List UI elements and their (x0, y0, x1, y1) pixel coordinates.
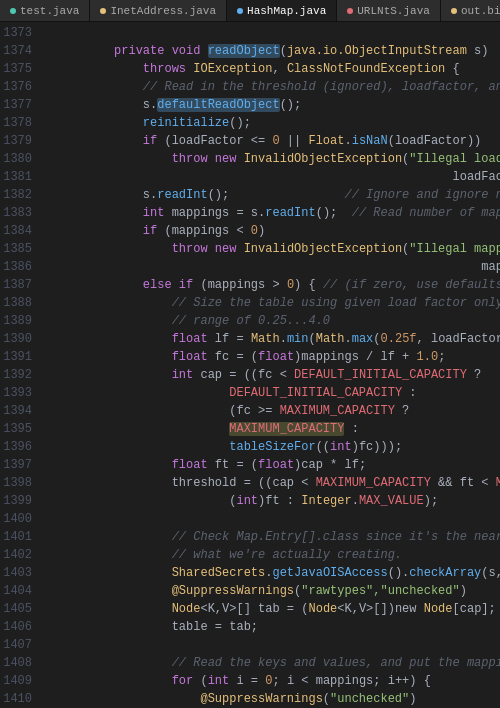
code-line-1394: MAXIMUM_CAPACITY : (42, 402, 500, 420)
code-line-1388: // range of 0.25...4.0 (42, 294, 500, 312)
ln-1401: 1401 (0, 528, 32, 546)
ln-1410: 1410 (0, 690, 32, 708)
editor-area: 1373 1374 1375 1376 1377 1378 1379 1380 … (0, 22, 500, 708)
code-line-1375: // Read in the threshold (ignored), load… (42, 60, 500, 78)
ln-1377: 1377 (0, 96, 32, 114)
code-line-1389: float lf = Math.min(Math.max(0.25f, load… (42, 312, 500, 330)
line-numbers: 1373 1374 1375 1376 1377 1378 1379 1380 … (0, 22, 38, 708)
tab-outbin[interactable]: out.bin (441, 0, 500, 21)
code-line-1395: tableSizeFor((int)fc))); (42, 420, 500, 438)
ln-1395: 1395 (0, 420, 32, 438)
ln-1399: 1399 (0, 492, 32, 510)
ln-1376: 1376 (0, 78, 32, 96)
tab-inetaddress[interactable]: InetAddress.java (90, 0, 227, 21)
ln-1394: 1394 (0, 402, 32, 420)
code-line-1408: for (int i = 0; i < mappings; i++) { (42, 654, 500, 672)
code-line-1392: DEFAULT_INITIAL_CAPACITY : (42, 366, 500, 384)
ln-1408: 1408 (0, 654, 32, 672)
code-line-1409: @SuppressWarnings("unchecked") (42, 672, 500, 690)
ln-1398: 1398 (0, 474, 32, 492)
code-line-1398: (int)ft : Integer.MAX_VALUE); (42, 474, 500, 492)
ln-1389: 1389 (0, 312, 32, 330)
ln-1396: 1396 (0, 438, 32, 456)
ln-1406: 1406 (0, 618, 32, 636)
ln-1402: 1402 (0, 546, 32, 564)
ln-1393: 1393 (0, 384, 32, 402)
ln-1384: 1384 (0, 222, 32, 240)
code-line-1382: int mappings = s.readInt(); // Read numb… (42, 186, 500, 204)
ln-1378: 1378 (0, 114, 32, 132)
tab-test-java[interactable]: test.java (0, 0, 90, 21)
code-line-1374: throws IOException, ClassNotFoundExcepti… (42, 42, 500, 60)
code-line-1393: (fc >= MAXIMUM_CAPACITY ? (42, 384, 500, 402)
ln-1379: 1379 (0, 132, 32, 150)
code-content[interactable]: private void readObject(java.io.ObjectIn… (38, 22, 500, 708)
code-line-1402: SharedSecrets.getJavaOISAccess().checkAr… (42, 546, 500, 564)
code-line-1387: // Size the table using given load facto… (42, 276, 500, 294)
ln-1409: 1409 (0, 672, 32, 690)
code-line-1381: s.readInt(); // Ignore and ignore number… (42, 168, 500, 186)
code-line-1376: s.defaultReadObject(); (42, 78, 500, 96)
code-line-1401: // what we're actually creating. (42, 528, 500, 546)
ln-1380: 1380 (0, 150, 32, 168)
ln-1400: 1400 (0, 510, 32, 528)
code-line-1390: float fc = (float)mappings / lf + 1.0; (42, 330, 500, 348)
tab-urlnts[interactable]: URLNtS.java (337, 0, 441, 21)
code-line-1404: Node<K,V>[] tab = (Node<K,V>[])new Node[… (42, 582, 500, 600)
code-line-1397: threshold = ((cap < MAXIMUM_CAPACITY && … (42, 456, 500, 474)
ln-1391: 1391 (0, 348, 32, 366)
ln-1397: 1397 (0, 456, 32, 474)
code-line-1383: if (mappings < 0) (42, 204, 500, 222)
ln-1405: 1405 (0, 600, 32, 618)
ln-1385: 1385 (0, 240, 32, 258)
code-line-1400: // Check Map.Entry[].class since it's th… (42, 510, 500, 528)
code-line-1396: float ft = (float)cap * lf; (42, 438, 500, 456)
ln-1382: 1382 (0, 186, 32, 204)
code-line-1407: // Read the keys and values, and put the… (42, 636, 500, 654)
ln-1381: 1381 (0, 168, 32, 186)
code-line-1379: throw new InvalidObjectException("Illega… (42, 132, 500, 150)
ln-1373: 1373 (0, 24, 32, 42)
code-line-1384: throw new InvalidObjectException("Illega… (42, 222, 500, 240)
code-line-1380: loadFactor); (42, 150, 500, 168)
code-line-1391: int cap = ((fc < DEFAULT_INITIAL_CAPACIT… (42, 348, 500, 366)
ln-1374: 1374 (0, 42, 32, 60)
ln-1375: 1375 (0, 60, 32, 78)
ln-1404: 1404 (0, 582, 32, 600)
ln-1390: 1390 (0, 330, 32, 348)
code-line-1399 (42, 492, 500, 510)
code-line-1386: else if (mappings > 0) { // (if zero, us… (42, 258, 500, 276)
code-line-1378: if (loadFactor <= 0 || Float.isNaN(loadF… (42, 114, 500, 132)
ln-1392: 1392 (0, 366, 32, 384)
code-line-1377: reinitialize(); (42, 96, 500, 114)
ln-1407: 1407 (0, 636, 32, 654)
code-line-1405: table = tab; (42, 600, 500, 618)
ln-1388: 1388 (0, 294, 32, 312)
code-line-1403: @SuppressWarnings("rawtypes","unchecked"… (42, 564, 500, 582)
ln-1403: 1403 (0, 564, 32, 582)
tab-bar: test.java InetAddress.java HashMap.java … (0, 0, 500, 22)
ln-1386: 1386 (0, 258, 32, 276)
tab-hashmap[interactable]: HashMap.java (227, 0, 337, 21)
code-line-1410: K key = (K) s.readObject(); (42, 690, 500, 708)
code-line-1385: mappings); (42, 240, 500, 258)
code-line-1406 (42, 618, 500, 636)
ln-1387: 1387 (0, 276, 32, 294)
code-line-1373: private void readObject(java.io.ObjectIn… (42, 24, 500, 42)
ln-1383: 1383 (0, 204, 32, 222)
